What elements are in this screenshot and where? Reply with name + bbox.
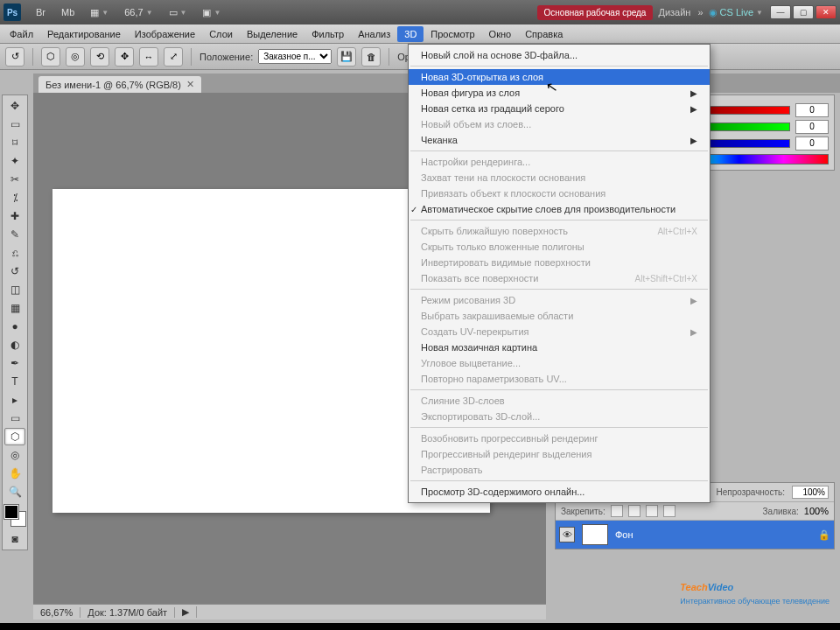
menu-справка[interactable]: Справка — [518, 26, 570, 42]
3d-rotate-icon[interactable]: ◎ — [66, 47, 85, 66]
close-tab-icon[interactable]: ✕ — [186, 79, 194, 90]
menu-item: Прогрессивный рендеринг выделения — [409, 446, 710, 462]
shape-tool[interactable]: ▭ — [4, 410, 25, 427]
view-extras-button[interactable]: ▦ ▼ — [84, 4, 115, 21]
eyedropper-tool[interactable]: ⁒ — [4, 189, 25, 206]
menu-item: Привязать объект к плоскости основания — [409, 186, 710, 201]
menu-окно[interactable]: Окно — [482, 26, 519, 42]
crop-tool[interactable]: ✂ — [4, 171, 25, 188]
cslive-button[interactable]: ◉CS Live ▼ — [709, 7, 763, 18]
workspace-badge[interactable]: Основная рабочая среда — [537, 5, 654, 20]
menu-item: Показать все поверхностиAlt+Shift+Ctrl+X — [409, 270, 710, 286]
blue-value[interactable]: 0 — [795, 136, 829, 150]
tool-preset-icon[interactable]: ↺ — [5, 47, 24, 66]
workspace-design[interactable]: Дизайн — [658, 7, 690, 18]
submenu-arrow-icon: ▶ — [690, 88, 697, 98]
brush-tool[interactable]: ✎ — [4, 226, 25, 243]
menu-item[interactable]: ✓Автоматическое скрытие слоев для произв… — [409, 201, 710, 217]
hand-tool[interactable]: ✋ — [4, 465, 25, 482]
status-arrow-icon[interactable]: ▶ — [175, 606, 197, 618]
delete-preset-icon[interactable]: 🗑 — [361, 47, 381, 66]
opacity-value[interactable]: 100% — [792, 486, 829, 499]
menu-фильтр[interactable]: Фильтр — [304, 26, 351, 42]
menu-item[interactable]: Новая мозаичная картина — [409, 340, 710, 355]
3d-pan-icon[interactable]: ✥ — [115, 47, 134, 66]
lock-position-icon[interactable] — [646, 505, 658, 517]
3d-slide-icon[interactable]: ↔ — [139, 47, 158, 66]
quickmask-tool[interactable]: ◙ — [4, 530, 25, 548]
layer-name: Фон — [615, 529, 634, 540]
menu-item-label: Привязать объект к плоскости основания — [421, 188, 606, 199]
move-tool[interactable]: ✥ — [4, 97, 25, 115]
menu-файл[interactable]: Файл — [3, 26, 40, 42]
menu-item: Повторно параметризовать UV... — [409, 371, 710, 387]
menu-item[interactable]: Новая фигура из слоя▶ — [409, 85, 710, 101]
menu-item-label: Новая мозаичная картина — [421, 342, 537, 353]
menu-item: Экспортировать 3D-слой... — [409, 409, 710, 424]
red-value[interactable]: 0 — [795, 103, 829, 117]
minimize-button[interactable]: — — [770, 5, 791, 19]
close-button[interactable]: ✕ — [816, 5, 836, 19]
position-select[interactable]: Заказное п... — [258, 49, 332, 64]
3d-camera-tool[interactable]: ◎ — [4, 446, 25, 464]
screen-mode-button[interactable]: ▣ ▼ — [196, 4, 227, 21]
menu-просмотр[interactable]: Просмотр — [424, 26, 481, 42]
status-zoom[interactable]: 66,67% — [33, 607, 80, 618]
3d-object-icon[interactable]: ⬡ — [41, 47, 60, 66]
zoom-level-button[interactable]: 66,7 ▼ — [118, 4, 158, 20]
menu-item-label: Возобновить прогрессивный рендеринг — [421, 433, 598, 444]
menu-item[interactable]: Чеканка▶ — [409, 132, 710, 148]
green-value[interactable]: 0 — [795, 120, 829, 134]
fill-value[interactable]: 100% — [804, 506, 829, 516]
path-select-tool[interactable]: ▸ — [4, 391, 25, 409]
zoom-tool[interactable]: 🔍 — [4, 483, 25, 500]
layer-thumbnail[interactable] — [582, 524, 608, 545]
menu-выделение[interactable]: Выделение — [240, 26, 304, 42]
arrange-button[interactable]: ▭ ▼ — [163, 4, 193, 21]
menu-item[interactable]: Новая 3D-открытка из слоя — [409, 69, 710, 85]
3d-scale-icon[interactable]: ⤢ — [164, 47, 183, 66]
type-tool[interactable]: T — [4, 373, 25, 390]
lock-transparency-icon[interactable] — [611, 505, 623, 517]
3d-rotate-tool[interactable]: ⬡ — [4, 428, 25, 445]
foreground-color[interactable] — [4, 505, 18, 519]
quick-select-tool[interactable]: ✦ — [4, 152, 25, 170]
menu-3d[interactable]: 3D — [397, 26, 424, 42]
history-brush-tool[interactable]: ↺ — [4, 262, 25, 280]
more-workspaces-icon[interactable]: » — [697, 7, 703, 18]
gradient-tool[interactable]: ▦ — [4, 299, 25, 317]
menu-редактирование[interactable]: Редактирование — [40, 26, 128, 42]
3d-roll-icon[interactable]: ⟲ — [90, 47, 109, 66]
lasso-tool[interactable]: ⌑ — [4, 134, 25, 151]
menu-item[interactable]: Новый слой на основе 3D-файла... — [409, 47, 710, 63]
menu-анализ[interactable]: Анализ — [351, 26, 397, 42]
lock-pixels-icon[interactable] — [628, 505, 640, 517]
healing-tool[interactable]: ✚ — [4, 207, 25, 225]
layer-row[interactable]: 👁 Фон 🔒 — [556, 521, 834, 549]
minibridge-button[interactable]: Mb — [55, 4, 80, 20]
blur-tool[interactable]: ● — [4, 318, 25, 335]
bridge-button[interactable]: Br — [30, 4, 52, 20]
menu-item-label: Скрыть только вложенные полигоны — [421, 242, 584, 252]
tools-panel: ✥ ▭ ⌑ ✦ ✂ ⁒ ✚ ✎ ⎌ ↺ ◫ ▦ ● ◐ ✒ T ▸ ▭ ⬡ ◎ … — [2, 94, 28, 550]
pen-tool[interactable]: ✒ — [4, 354, 25, 372]
menu-item-label: Захват тени на плоскости основания — [421, 172, 585, 183]
visibility-icon[interactable]: 👁 — [559, 527, 575, 542]
stamp-tool[interactable]: ⎌ — [4, 244, 25, 262]
maximize-button[interactable]: ▢ — [793, 5, 814, 19]
menu-item: Режим рисования 3D▶ — [409, 292, 710, 308]
document-tab[interactable]: Без имени-1 @ 66,7% (RGB/8) ✕ — [38, 76, 201, 93]
titlebar: Ps Br Mb ▦ ▼ 66,7 ▼ ▭ ▼ ▣ ▼ Основная раб… — [0, 0, 840, 24]
lock-all-icon[interactable] — [663, 505, 676, 517]
menu-item[interactable]: Новая сетка из градаций серого▶ — [409, 101, 710, 116]
menu-item-label: Слияние 3D-слоев — [421, 396, 505, 406]
status-doc[interactable]: Док: 1.37M/0 байт — [80, 607, 175, 618]
menu-слои[interactable]: Слои — [202, 26, 240, 42]
save-preset-icon[interactable]: 💾 — [337, 47, 356, 66]
menu-изображение[interactable]: Изображение — [128, 26, 202, 42]
eraser-tool[interactable]: ◫ — [4, 281, 25, 298]
dodge-tool[interactable]: ◐ — [4, 336, 25, 354]
marquee-tool[interactable]: ▭ — [4, 116, 25, 133]
color-swatch[interactable] — [4, 505, 25, 526]
menu-item[interactable]: Просмотр 3D-содержимого онлайн... — [409, 484, 710, 500]
